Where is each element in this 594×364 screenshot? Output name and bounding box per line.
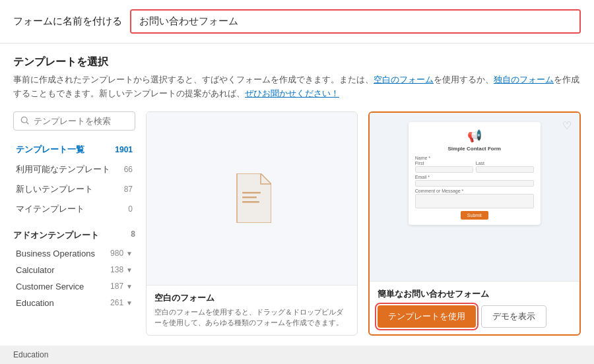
chevron-down-icon: ▼ [126, 250, 133, 257]
mini-email-input [415, 180, 534, 187]
addon-section: アドオンテンプレート 8 Business Operations 980 ▼ C… [13, 229, 135, 311]
addon-item-customerservice-label: Customer Service [16, 282, 84, 291]
template-search-input[interactable] [34, 116, 128, 126]
blank-card-desc: 空白のフォームを使用すると、ドラッグ＆ドロップビルダーを使用して、あらゆる種類の… [154, 307, 349, 328]
mini-last-input [476, 166, 534, 173]
mini-last-field: Last [476, 161, 534, 173]
svg-rect-2 [242, 192, 261, 194]
blank-form-link[interactable]: 空白のフォーム [374, 75, 434, 84]
mini-email-field: Email * [415, 175, 534, 187]
mini-first-input [415, 166, 473, 173]
form-name-input[interactable] [131, 11, 579, 32]
mini-name-field: Name * First Last [415, 156, 534, 173]
bottom-bar: Education [0, 346, 594, 364]
nav-item-available-label: 利用可能なテンプレート [16, 164, 110, 175]
nav-item-all-count: 1901 [115, 145, 133, 154]
nav-item-mine-label: マイテンプレート [16, 203, 84, 215]
sidebar: テンプレート一覧 1901 利用可能なテンプレート 66 新しいテンプレート 8… [13, 111, 135, 336]
addon-item-customerservice-right: 187 ▼ [110, 282, 133, 291]
nav-item-mine-count: 0 [128, 204, 133, 214]
card-preview-contact: ♡ 📢 Simple Contact Form Name * First [370, 113, 580, 281]
mini-message-label: Comment or Message * [415, 189, 534, 193]
mini-name-label: Name * [415, 156, 534, 160]
svg-line-1 [26, 122, 28, 124]
form-name-input-wrapper [130, 9, 581, 34]
nav-item-new-count: 87 [124, 185, 133, 194]
addon-item-business[interactable]: Business Operations 980 ▼ [13, 245, 135, 262]
section-title: テンプレートを選択 [13, 55, 581, 69]
search-box[interactable] [13, 111, 135, 131]
card-footer-contact: 簡単なお問い合わせフォーム テンプレートを使用 デモを表示 [370, 281, 580, 334]
header-bar: フォームに名前を付ける [0, 0, 594, 44]
addon-item-education-label: Education [16, 298, 54, 308]
mini-form-title: Simple Contact Form [415, 146, 534, 152]
body-layout: テンプレート一覧 1901 利用可能なテンプレート 66 新しいテンプレート 8… [13, 111, 581, 336]
bottom-education-text: Education [13, 350, 48, 359]
blank-card-name: 空白のフォーム [154, 292, 349, 304]
mini-message-input [415, 194, 534, 208]
mini-name-row: First Last [415, 161, 534, 173]
addon-item-customerservice-count: 187 [110, 282, 123, 291]
addon-item-business-count: 980 [110, 249, 123, 258]
nav-list: テンプレート一覧 1901 利用可能なテンプレート 66 新しいテンプレート 8… [13, 140, 135, 219]
suggest-link[interactable]: ぜひお聞かせください！ [245, 88, 339, 98]
nav-item-new-label: 新しいテンプレート [16, 183, 93, 195]
svg-rect-3 [242, 197, 257, 198]
section-desc: 事前に作成されたテンプレートから選択すると、すばやくフォームを作成できます。また… [13, 73, 581, 101]
nav-item-new[interactable]: 新しいテンプレート 87 [13, 179, 135, 199]
addon-title: アドオンテンプレート 8 [13, 229, 135, 241]
addon-item-business-label: Business Operations [16, 249, 95, 258]
nav-item-all-label: テンプレート一覧 [16, 144, 84, 156]
mini-contact-form: 📢 Simple Contact Form Name * First Last [409, 122, 541, 225]
addon-item-calculator-count: 138 [110, 265, 123, 274]
svg-point-0 [21, 117, 27, 123]
addon-item-calculator-right: 138 ▼ [110, 265, 133, 274]
addon-item-customerservice[interactable]: Customer Service 187 ▼ [13, 278, 135, 295]
chevron-down-icon-3: ▼ [126, 283, 133, 290]
card-footer-blank: 空白のフォーム 空白のフォームを使用すると、ドラッグ＆ドロップビルダーを使用して… [147, 285, 357, 335]
blank-form-icon [232, 173, 271, 223]
mini-last-label: Last [476, 161, 534, 166]
search-icon [20, 116, 30, 125]
heart-icon[interactable]: ♡ [562, 119, 572, 132]
mini-form-icon: 📢 [415, 129, 534, 143]
nav-item-available[interactable]: 利用可能なテンプレート 66 [13, 160, 135, 179]
addon-item-education-right: 261 ▼ [110, 298, 133, 307]
main-content: テンプレートを選択 事前に作成されたテンプレートから選択すると、すばやくフォーム… [0, 44, 594, 348]
card-preview-blank [147, 112, 357, 285]
own-form-link[interactable]: 独自のフォーム [494, 75, 554, 84]
addon-list: Business Operations 980 ▼ Calculator 138… [13, 245, 135, 311]
nav-item-available-count: 66 [124, 165, 133, 174]
show-demo-button[interactable]: デモを表示 [481, 305, 546, 328]
addon-item-calculator-label: Calculator [16, 265, 55, 275]
addon-count: 8 [131, 229, 135, 241]
mini-message-field: Comment or Message * [415, 189, 534, 208]
addon-item-education[interactable]: Education 261 ▼ [13, 295, 135, 311]
chevron-down-icon-2: ▼ [126, 266, 133, 274]
addon-item-business-right: 980 ▼ [110, 249, 133, 258]
mini-submit-button: Submit [461, 211, 488, 220]
form-name-label: フォームに名前を付ける [13, 15, 122, 28]
nav-item-mine[interactable]: マイテンプレート 0 [13, 199, 135, 219]
addon-title-text: アドオンテンプレート [13, 229, 99, 241]
template-grid: 空白のフォーム 空白のフォームを使用すると、ドラッグ＆ドロップビルダーを使用して… [146, 111, 581, 336]
contact-card-name: 簡単なお問い合わせフォーム [378, 288, 572, 300]
template-card-contact: ♡ 📢 Simple Contact Form Name * First [368, 111, 581, 336]
addon-item-education-count: 261 [110, 298, 123, 307]
card-actions: テンプレートを使用 デモを表示 [378, 305, 572, 328]
nav-item-all[interactable]: テンプレート一覧 1901 [13, 140, 135, 160]
use-template-button[interactable]: テンプレートを使用 [378, 305, 476, 328]
addon-item-calculator[interactable]: Calculator 138 ▼ [13, 262, 135, 278]
mini-first-field: First [415, 161, 473, 173]
mini-email-label: Email * [415, 175, 534, 179]
chevron-down-icon-4: ▼ [126, 299, 133, 307]
template-card-blank: 空白のフォーム 空白のフォームを使用すると、ドラッグ＆ドロップビルダーを使用して… [146, 111, 358, 336]
mini-first-label: First [415, 161, 473, 166]
svg-rect-4 [242, 201, 259, 203]
